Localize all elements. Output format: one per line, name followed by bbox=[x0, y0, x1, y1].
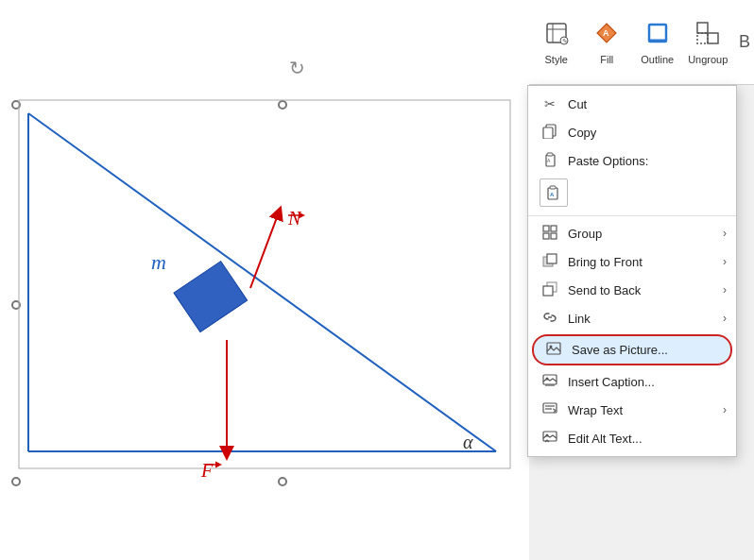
bring-to-front-menu-item[interactable]: Bring to Front › bbox=[528, 247, 736, 276]
edit-alt-text-menu-item[interactable]: Edit Alt Text... bbox=[528, 424, 736, 452]
more-button[interactable]: B bbox=[735, 32, 750, 52]
group-arrow: › bbox=[723, 227, 727, 240]
copy-icon bbox=[540, 124, 560, 142]
diagram-svg: m N F α bbox=[0, 85, 529, 560]
fill-icon: A bbox=[593, 20, 620, 52]
canvas-area: ↻ m N bbox=[0, 0, 529, 560]
svg-rect-4 bbox=[174, 262, 248, 332]
separator-1 bbox=[528, 215, 736, 216]
paste-options-label: A Paste Options: bbox=[528, 146, 736, 175]
cut-menu-item[interactable]: ✂ Cut bbox=[528, 90, 736, 118]
fill-button[interactable]: A Fill bbox=[584, 16, 631, 69]
svg-rect-25 bbox=[543, 127, 553, 139]
svg-rect-21 bbox=[697, 23, 708, 33]
context-menu: ✂ Cut Copy A Paste Options: A bbox=[527, 85, 737, 457]
outline-button[interactable]: Outline bbox=[634, 16, 681, 69]
svg-rect-23 bbox=[697, 33, 708, 43]
svg-line-1 bbox=[28, 113, 496, 451]
style-button[interactable]: ✎ Style bbox=[533, 16, 580, 69]
send-to-back-icon bbox=[540, 281, 560, 299]
svg-rect-37 bbox=[547, 254, 557, 263]
svg-rect-32 bbox=[543, 226, 549, 231]
svg-text:α: α bbox=[463, 432, 473, 452]
edit-alt-text-icon bbox=[540, 430, 560, 448]
link-icon bbox=[540, 310, 560, 328]
save-as-picture-menu-item[interactable]: Save as Picture... bbox=[532, 334, 732, 365]
svg-text:F: F bbox=[200, 460, 214, 481]
copy-menu-item[interactable]: Copy bbox=[528, 118, 736, 146]
group-menu-item[interactable]: Group › bbox=[528, 219, 736, 247]
svg-rect-19 bbox=[649, 25, 666, 42]
send-to-back-arrow: › bbox=[723, 283, 727, 297]
link-arrow: › bbox=[723, 312, 727, 325]
svg-rect-35 bbox=[551, 233, 557, 239]
insert-caption-menu-item[interactable]: Insert Caption... bbox=[528, 367, 736, 396]
wrap-text-arrow: › bbox=[723, 403, 727, 416]
paste-options-row: A bbox=[528, 175, 736, 212]
svg-text:A: A bbox=[550, 192, 555, 197]
svg-rect-27 bbox=[547, 153, 553, 156]
send-to-back-menu-item[interactable]: Send to Back › bbox=[528, 276, 736, 304]
group-icon bbox=[540, 225, 560, 243]
toolbar: ✎ Style A Fill Outline bbox=[529, 0, 754, 85]
svg-rect-22 bbox=[708, 33, 718, 43]
ungroup-button[interactable]: Ungroup bbox=[685, 16, 732, 69]
paste-keep-format-btn[interactable]: A bbox=[540, 178, 568, 207]
insert-caption-icon bbox=[540, 373, 560, 391]
style-icon: ✎ bbox=[543, 20, 570, 52]
outline-icon bbox=[644, 20, 671, 52]
wrap-text-menu-item[interactable]: Wrap Text › bbox=[528, 396, 736, 424]
svg-text:A: A bbox=[547, 158, 551, 163]
bring-to-front-arrow: › bbox=[723, 255, 727, 268]
svg-text:m: m bbox=[151, 250, 166, 274]
svg-rect-39 bbox=[543, 286, 553, 296]
svg-line-5 bbox=[250, 212, 279, 288]
svg-text:A: A bbox=[603, 28, 609, 38]
svg-text:✎: ✎ bbox=[562, 38, 568, 44]
svg-rect-41 bbox=[547, 343, 560, 354]
svg-rect-34 bbox=[543, 233, 549, 239]
wrap-text-icon bbox=[540, 401, 560, 419]
paste-icon: A bbox=[540, 152, 560, 170]
bring-to-front-icon bbox=[540, 253, 560, 271]
save-as-picture-icon bbox=[543, 341, 564, 359]
svg-rect-30 bbox=[550, 186, 556, 189]
svg-text:N: N bbox=[287, 208, 302, 229]
svg-rect-33 bbox=[551, 226, 557, 231]
ungroup-icon bbox=[694, 20, 721, 52]
link-menu-item[interactable]: Link › bbox=[528, 304, 736, 332]
cut-icon: ✂ bbox=[540, 96, 560, 111]
rotate-handle[interactable]: ↻ bbox=[289, 57, 305, 79]
